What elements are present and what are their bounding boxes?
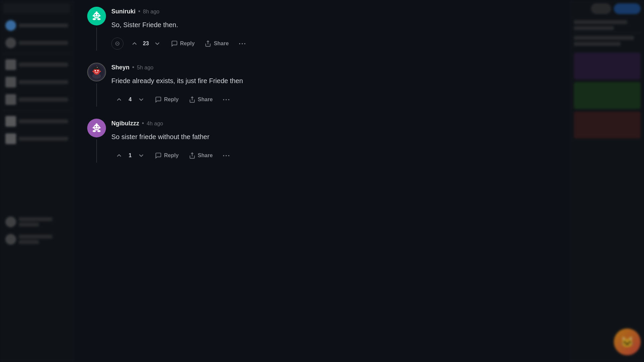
comment-text: Friede already exists, its just fire Fri… (111, 76, 396, 86)
dot-separator: • (138, 8, 140, 15)
thread-line (96, 27, 97, 51)
timestamp: 4h ago (147, 121, 163, 127)
upvote-button[interactable] (128, 39, 141, 49)
avatar-ngibulzzz (87, 119, 106, 137)
comment-actions: 23 Reply Share ··· (111, 37, 396, 51)
svg-point-32 (93, 127, 95, 128)
comment-item: Sheyn • 5h ago Friede already exists, it… (87, 63, 396, 107)
more-options-button[interactable]: ··· (235, 37, 251, 50)
svg-point-17 (97, 70, 99, 71)
comment-item: Ngibulzzz • 4h ago So sister friede with… (87, 119, 396, 163)
downvote-button[interactable] (151, 39, 164, 49)
more-label: ··· (239, 40, 247, 48)
comment-header: Sheyn • 5h ago (111, 64, 396, 71)
reply-label: Reply (164, 153, 179, 159)
comment-body: Sheyn • 5h ago Friede already exists, it… (111, 63, 396, 107)
svg-point-3 (97, 14, 99, 15)
svg-point-29 (97, 126, 99, 127)
comment-body: Suniruki • 8h ago So, Sister Friede then… (111, 7, 396, 51)
comment-actions: 4 Reply Share ··· (111, 93, 396, 107)
more-options-button[interactable]: ··· (219, 149, 234, 162)
reply-label: Reply (180, 41, 195, 47)
upvote-button[interactable] (113, 150, 125, 161)
svg-point-33 (99, 127, 101, 128)
vote-count: 1 (127, 153, 133, 159)
reply-button[interactable]: Reply (151, 94, 183, 106)
comment-header: Ngibulzzz • 4h ago (111, 120, 396, 127)
more-label: ··· (223, 96, 230, 104)
timestamp: 5h ago (137, 65, 153, 71)
share-button[interactable]: Share (185, 94, 217, 106)
upvote-button[interactable] (113, 95, 125, 105)
comment-left-col (87, 63, 106, 107)
svg-point-34 (93, 130, 96, 132)
username: Sheyn (111, 64, 129, 71)
vote-section: 23 (127, 37, 165, 51)
svg-point-35 (97, 130, 101, 132)
svg-point-9 (97, 18, 101, 20)
svg-point-7 (99, 15, 101, 16)
dot-separator: • (142, 120, 144, 127)
comment-left-col (87, 7, 106, 51)
svg-point-16 (95, 70, 96, 71)
svg-point-2 (95, 14, 96, 15)
main-content: Suniruki • 8h ago So, Sister Friede then… (74, 0, 570, 362)
comment-text: So sister friede without the father (111, 132, 396, 142)
thread-line (96, 83, 97, 107)
svg-point-24 (97, 67, 98, 68)
more-options-button[interactable]: ··· (219, 93, 234, 106)
comment-item: Suniruki • 8h ago So, Sister Friede then… (87, 7, 396, 51)
thread-line (96, 139, 97, 163)
reply-label: Reply (164, 97, 179, 103)
username: Suniruki (111, 8, 136, 15)
svg-point-6 (93, 15, 95, 16)
share-button[interactable]: Share (185, 149, 217, 162)
avatar-suniruki (87, 7, 106, 25)
avatar-sheyn (87, 63, 106, 81)
share-label: Share (198, 153, 213, 159)
comment-thread: Suniruki • 8h ago So, Sister Friede then… (74, 7, 409, 163)
comment-body: Ngibulzzz • 4h ago So sister friede with… (111, 119, 396, 163)
vote-section: 1 (111, 148, 149, 163)
vote-count: 4 (127, 97, 133, 103)
reply-button[interactable]: Reply (167, 38, 199, 50)
dot-separator: • (132, 64, 134, 71)
svg-point-8 (93, 18, 96, 20)
sidebar-right: 🐱 (570, 0, 644, 362)
timestamp: 8h ago (143, 9, 159, 15)
svg-point-28 (95, 126, 96, 127)
share-label: Share (198, 97, 213, 103)
downvote-button[interactable] (135, 150, 148, 161)
comment-actions: 1 Reply Share ··· (111, 148, 396, 163)
more-label: ··· (223, 152, 230, 160)
username: Ngibulzzz (111, 120, 139, 127)
svg-point-21 (99, 71, 101, 72)
reply-button[interactable]: Reply (151, 149, 183, 162)
vote-count: 23 (142, 41, 150, 47)
vote-section: 4 (111, 93, 149, 107)
comment-left-col (87, 119, 106, 163)
share-label: Share (214, 41, 228, 47)
comment-text: So, Sister Friede then. (111, 20, 396, 30)
svg-point-20 (92, 71, 94, 72)
downvote-button[interactable] (135, 95, 148, 105)
collapse-button[interactable] (111, 38, 123, 50)
sidebar-left (0, 0, 74, 362)
comment-header: Suniruki • 8h ago (111, 8, 396, 15)
share-button[interactable]: Share (201, 38, 232, 50)
